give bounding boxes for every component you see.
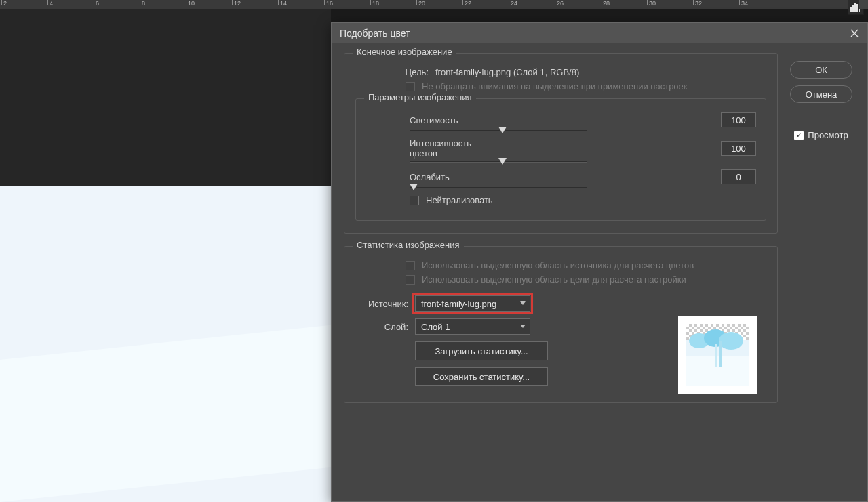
fade-label: Ослабить [366, 172, 501, 182]
ignore-selection-label: Не обращать внимания на выделение при пр… [422, 81, 688, 91]
use-target-selection-checkbox [406, 275, 415, 285]
ruler-scroll-up[interactable] [859, 0, 868, 9]
image-options-group: Параметры изображения Светимость Интенси… [355, 98, 766, 221]
svg-rect-2 [854, 3, 856, 12]
save-statistics-button[interactable]: Сохранить статистику... [415, 367, 548, 386]
intensity-label: Интенсивность цветов [366, 138, 501, 159]
use-source-selection-label: Использовать выделенную область источник… [422, 260, 694, 270]
cancel-button[interactable]: Отмена [790, 85, 852, 103]
chevron-down-icon [520, 325, 526, 328]
intensity-input[interactable] [721, 141, 756, 156]
use-source-selection-checkbox [406, 261, 415, 270]
image-options-legend: Параметры изображения [364, 92, 476, 102]
load-statistics-button[interactable]: Загрузить статистику... [415, 341, 548, 360]
neutralize-label: Нейтрализовать [426, 195, 493, 205]
ruler-tick: 24 [509, 0, 517, 5]
source-thumbnail [678, 316, 757, 394]
ruler-tick: 34 [739, 0, 748, 5]
neutralize-checkbox[interactable] [410, 196, 419, 205]
chevron-down-icon [520, 301, 526, 305]
ignore-selection-checkbox [406, 82, 415, 91]
intensity-slider[interactable] [410, 161, 587, 163]
image-statistics-legend: Статистика изображения [353, 240, 464, 250]
source-label: Источник: [355, 299, 408, 309]
ruler-tick: 22 [462, 0, 471, 5]
ruler-tick: 6 [94, 0, 99, 5]
layer-select-value: Слой 1 [421, 322, 450, 332]
preview-label: Просмотр [808, 130, 848, 140]
horizontal-ruler: 246810121416182022242628303234 [0, 0, 868, 9]
target-value: front-family-lug.png (Слой 1, RGB/8) [435, 67, 579, 77]
ruler-tick: 10 [186, 0, 195, 5]
dialog-title: Подобрать цвет [340, 28, 410, 39]
ruler-tick: 20 [416, 0, 425, 5]
layer-select[interactable]: Слой 1 [415, 318, 530, 335]
ruler-tick: 18 [370, 0, 379, 5]
dialog-titlebar[interactable]: Подобрать цвет [332, 23, 867, 43]
image-statistics-group: Статистика изображения Использовать выде… [344, 246, 778, 403]
fade-input[interactable] [721, 169, 756, 184]
ruler-tick: 2 [1, 0, 7, 5]
ruler-tick: 16 [324, 0, 333, 5]
ruler-tick: 4 [47, 0, 53, 5]
ruler-tick: 8 [140, 0, 145, 5]
luminance-label: Светимость [366, 115, 501, 125]
target-label: Цель: [376, 67, 429, 77]
close-icon[interactable] [847, 26, 862, 41]
use-target-selection-label: Использовать выделенную область цели для… [422, 274, 686, 285]
svg-rect-1 [852, 5, 854, 12]
document-canvas-area [0, 9, 331, 502]
match-color-dialog: Подобрать цвет Конечное изображение Цель… [331, 22, 868, 502]
ruler-tick: 14 [278, 0, 287, 5]
source-select-value: front-family-lug.png [421, 299, 496, 309]
destination-image-group: Конечное изображение Цель: front-family-… [344, 53, 778, 234]
ruler-tick: 32 [693, 0, 702, 5]
ok-button[interactable]: ОК [790, 61, 852, 79]
fade-slider[interactable] [410, 187, 587, 188]
source-select[interactable]: front-family-lug.png [415, 295, 530, 312]
luminance-slider[interactable] [410, 130, 587, 131]
ruler-tick: 28 [601, 0, 610, 5]
svg-rect-3 [856, 4, 858, 12]
preview-checkbox[interactable]: ✓ [794, 131, 804, 140]
ruler-tick: 12 [232, 0, 241, 5]
layer-label: Слой: [355, 322, 408, 332]
destination-legend: Конечное изображение [353, 47, 456, 57]
svg-rect-0 [850, 7, 852, 12]
luminance-input[interactable] [721, 112, 756, 127]
ruler-tick: 30 [647, 0, 656, 5]
ruler-tick: 26 [555, 0, 564, 5]
